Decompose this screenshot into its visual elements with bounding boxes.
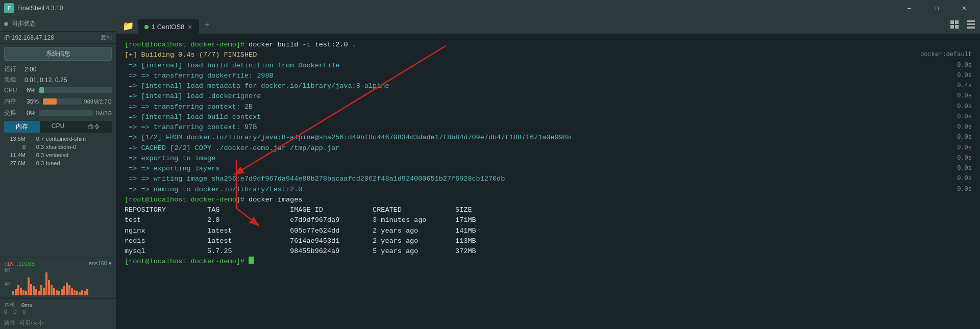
proc-mem: 13.5M <box>4 136 26 142</box>
ping-section: 本机 0ms 0 0 0 <box>0 298 116 317</box>
chart-bar <box>45 272 47 295</box>
table-row: test 2.0 e7d9df967da9 3 minutes ago 171M… <box>125 215 972 225</box>
svg-rect-5 <box>967 23 975 25</box>
new-tab-button[interactable]: + <box>199 17 215 34</box>
chart-bar <box>84 291 86 295</box>
resource-tabs[interactable]: 内存 CPU 命令 <box>4 121 112 133</box>
tab-label: 1 CentOS8 <box>152 23 184 31</box>
ping-row: 本机 0ms <box>4 301 112 309</box>
path-label: 路径 <box>4 319 15 327</box>
terminal-line: => [internal] load .dockerignore 0.0s <box>125 91 972 102</box>
mem-used: 988M/2.7G <box>84 98 112 105</box>
session-tab[interactable]: 1 CentOS8 ✕ <box>138 19 199 34</box>
chart-bar <box>38 291 40 295</box>
sync-status-row: 同步状态 <box>0 16 116 32</box>
tab-cpu[interactable]: CPU <box>40 121 76 133</box>
grid-view-icon[interactable] <box>947 17 962 32</box>
proc-mem: 0 <box>4 144 26 150</box>
ping-label: 本机 <box>4 301 15 309</box>
ping-counts: 0 0 0 <box>4 309 112 315</box>
terminal-line: => [internal] load metadata for docker.i… <box>125 81 972 91</box>
chart-bar <box>74 290 76 295</box>
meter-rows: CPU 6% 内存 35% 988M/2.7G 交换 0% <box>0 85 116 119</box>
chart-bar <box>53 288 55 295</box>
mem-meter-row: 内存 35% 988M/2.7G <box>4 95 112 107</box>
cpu-meter-bg <box>39 87 112 93</box>
info-rows: 运行 2:00 负载 0.01, 0.12, 0.25 <box>0 64 116 85</box>
close-button[interactable]: ✕ <box>952 0 976 16</box>
chart-bar <box>61 289 63 295</box>
output-text: [+] Building 0.4s (7/7) FINISHED <box>125 50 257 60</box>
chart-bar <box>40 285 42 295</box>
proc-name: tuned <box>46 160 112 166</box>
chart-bar <box>30 284 32 295</box>
chart-bar <box>43 288 45 295</box>
chart-bar <box>68 285 70 295</box>
window-controls[interactable]: – ☐ ✕ <box>897 0 976 16</box>
swap-meter-row: 交换 0% 1M/2G <box>4 107 112 119</box>
terminal-line: [+] Building 0.4s (7/7) FINISHED docker:… <box>125 50 972 60</box>
prompt: [root@localhost docker-demo]# <box>125 257 249 267</box>
cpu-meter-fill <box>39 87 43 93</box>
chart-bar <box>17 285 19 295</box>
tab-bar: 📁 1 CentOS8 ✕ + <box>116 16 980 35</box>
terminal-line: => CACHED [2/2] COPY ./docker-demo.jar /… <box>125 143 972 154</box>
command-text: docker images <box>249 195 302 205</box>
tab-command[interactable]: 命令 <box>76 121 112 133</box>
proc-name: xfsaild/dm-0 <box>46 144 112 150</box>
svg-rect-6 <box>967 27 975 29</box>
terminal-line: => => writing image sha256:e7d9df967da94… <box>125 174 972 184</box>
copy-ip-button[interactable]: 复制 <box>101 34 112 41</box>
chart-bar <box>63 286 65 295</box>
chart-y-top: 9K <box>4 268 10 273</box>
swap-label: 交换 <box>4 109 24 117</box>
cursor <box>249 257 254 264</box>
proc-cpu: 0.3 <box>28 144 44 150</box>
table-row: mysql 5.7.25 98455b9624a9 5 years ago 37… <box>125 246 972 257</box>
net-interface: ens160 ▾ <box>89 260 112 267</box>
chart-bar <box>25 291 27 295</box>
chart-bar <box>20 288 22 295</box>
svg-rect-2 <box>950 25 954 29</box>
swap-meter-bg <box>39 110 93 116</box>
net-chart: 9K 4K <box>4 268 112 295</box>
tab-close-button[interactable]: ✕ <box>187 23 192 31</box>
prompt: [root@localhost docker-demo]# <box>125 195 249 205</box>
minimize-button[interactable]: – <box>897 0 921 16</box>
proc-cpu: 0.7 <box>28 136 44 142</box>
file-browser-icon[interactable]: 📁 <box>118 18 138 34</box>
app-icon: F <box>4 3 14 13</box>
maximize-button[interactable]: ☐ <box>925 0 948 16</box>
proc-name: vmtoolsd <box>46 152 112 158</box>
chart-bar <box>76 291 78 295</box>
mem-meter-fill <box>43 98 57 105</box>
chart-y-labels: 9K 4K <box>4 268 10 295</box>
chart-bar <box>66 283 68 295</box>
ping-0: 0 <box>4 309 7 315</box>
terminal-line: REPOSITORY TAG IMAGE ID CREATED SIZE <box>125 205 972 215</box>
terminal-line: => [internal] load build definition from… <box>125 61 972 71</box>
chart-bar <box>33 286 35 295</box>
chart-bar <box>56 290 58 295</box>
chart-bar <box>48 280 50 295</box>
mem-percent: 35% <box>27 98 39 105</box>
terminal-line: [root@localhost docker-demo]# docker bui… <box>125 40 972 50</box>
table-data: test 2.0 e7d9df967da9 3 minutes ago 171M… <box>125 215 476 225</box>
swap-percent: 0% <box>27 110 35 117</box>
terminal-line: [root@localhost docker-demo]# docker ima… <box>125 195 972 205</box>
tab-status-dot <box>144 25 149 29</box>
process-row: 11.4M 0.3 vmtoolsd <box>4 151 112 159</box>
command-text: docker build -t test:2.0 . <box>249 40 356 50</box>
chart-bar <box>35 289 37 295</box>
sidebar: 同步状态 IP 192.168.47.128 复制 系统信息 运行 2:00 负… <box>0 16 116 329</box>
tab-memory[interactable]: 内存 <box>4 121 40 133</box>
mem-meter-bg <box>43 98 82 105</box>
table-data: nginx latest 605c77e624dd 2 years ago 14… <box>125 226 476 236</box>
expand-icon[interactable] <box>964 17 978 32</box>
table-row: redis latest 7614ae9453d1 2 years ago 11… <box>125 236 972 246</box>
sidebar-bottom-bar: 路径 可用/大小 <box>0 317 116 329</box>
load-value: 0.01, 0.12, 0.25 <box>24 77 67 84</box>
sysinfo-button[interactable]: 系统信息 <box>4 47 112 61</box>
process-row: 27.6M 0.3 tuned <box>4 159 112 167</box>
terminal-area[interactable]: [root@localhost docker-demo]# docker bui… <box>116 35 980 329</box>
